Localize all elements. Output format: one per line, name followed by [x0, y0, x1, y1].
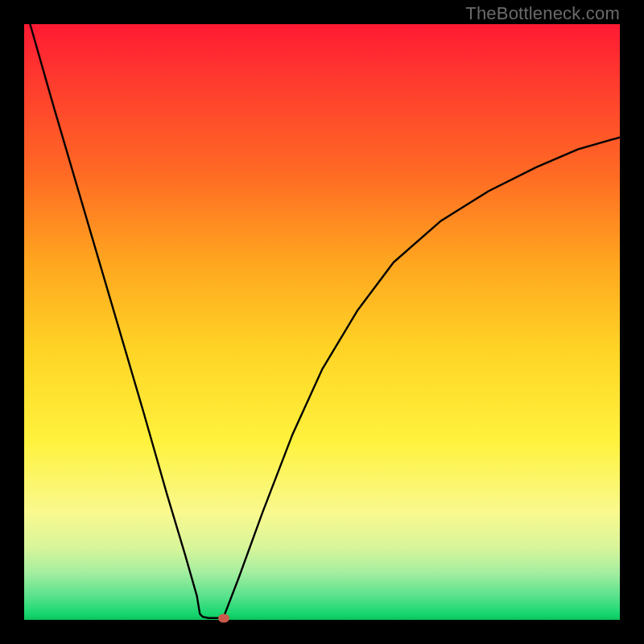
- bottleneck-curve: [24, 24, 620, 620]
- optimum-marker: [218, 613, 229, 622]
- plot-area: [24, 24, 620, 620]
- chart-frame: TheBottleneck.com: [0, 0, 644, 644]
- watermark-label: TheBottleneck.com: [465, 3, 620, 24]
- curve-path: [30, 24, 620, 618]
